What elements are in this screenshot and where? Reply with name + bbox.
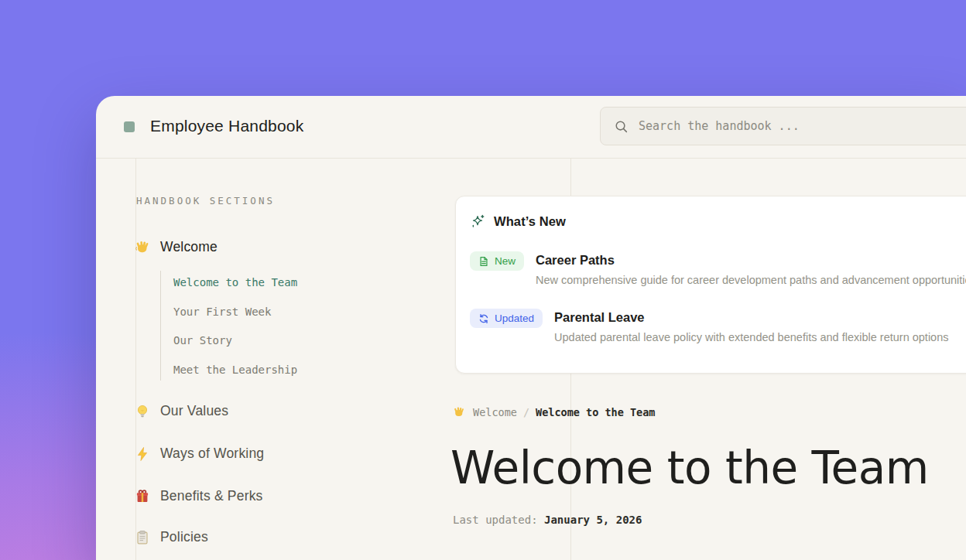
- updated-badge: Updated: [470, 309, 543, 328]
- app-window: Employee Handbook HANDBOOK SECTIONS Welc…: [96, 96, 966, 560]
- news-item-parental-leave[interactable]: Updated Parental Leave Updated parental …: [470, 309, 966, 343]
- news-item-title: Parental Leave: [554, 310, 948, 325]
- search-input[interactable]: [639, 119, 966, 133]
- sidebar-heading: HANDBOOK SECTIONS: [136, 195, 275, 207]
- bulb-icon: [135, 404, 150, 419]
- sidebar-item-ways-of-working[interactable]: Ways of Working: [135, 446, 264, 462]
- sidebar-item-label: Ways of Working: [160, 446, 264, 462]
- news-item-career-paths[interactable]: New Career Paths New comprehensive guide…: [470, 251, 966, 286]
- app-title: Employee Handbook: [150, 117, 303, 135]
- breadcrumb-separator: /: [523, 406, 529, 418]
- sidebar-item-policies[interactable]: Policies: [135, 529, 208, 545]
- whats-new-title: What’s New: [494, 214, 566, 229]
- sidebar-item-label: Benefits & Perks: [160, 488, 263, 504]
- sidebar-item-label: Our Values: [160, 403, 228, 419]
- app-header: Employee Handbook: [96, 96, 966, 159]
- subnav-item-meet-the-leadership[interactable]: Meet the Leadership: [173, 364, 297, 376]
- breadcrumb-current-page: Welcome to the Team: [536, 406, 655, 418]
- subnav-rule: [160, 271, 161, 381]
- last-updated-value: January 5, 2026: [544, 514, 642, 526]
- app-logo: [124, 121, 135, 132]
- sidebar-item-welcome[interactable]: Welcome: [135, 239, 218, 255]
- zap-icon: [135, 446, 150, 462]
- content-area: HANDBOOK SECTIONS Welcome Welcome to the…: [96, 159, 966, 560]
- last-updated-label: Last updated:: [453, 514, 538, 526]
- search-icon: [614, 119, 629, 134]
- clipboard-icon: [135, 530, 150, 545]
- refresh-icon: [478, 313, 489, 324]
- subnav-item-our-story[interactable]: Our Story: [173, 334, 232, 347]
- sidebar-item-our-values[interactable]: Our Values: [135, 403, 228, 419]
- page-title: Welcome to the Team: [450, 442, 929, 494]
- news-item-title: Career Paths: [536, 253, 966, 268]
- document-icon: [478, 256, 489, 267]
- news-item-description: New comprehensive guide for career devel…: [536, 274, 966, 286]
- sparkles-icon: [470, 213, 485, 229]
- subnav-item-welcome-to-the-team[interactable]: Welcome to the Team: [173, 276, 297, 289]
- breadcrumb: Welcome / Welcome to the Team: [453, 406, 655, 418]
- new-badge: New: [470, 251, 524, 271]
- badge-label: Updated: [495, 312, 534, 324]
- badge-label: New: [495, 255, 516, 267]
- wave-icon: [453, 406, 465, 418]
- sidebar-item-label: Policies: [160, 529, 208, 545]
- subnav-item-your-first-week[interactable]: Your First Week: [173, 306, 271, 318]
- news-item-description: Updated parental leave policy with exten…: [554, 331, 948, 343]
- whats-new-card: What’s New New Career Paths New comprehe…: [455, 196, 966, 374]
- wave-icon: [135, 240, 150, 255]
- breadcrumb-section[interactable]: Welcome: [473, 406, 517, 418]
- gift-icon: [135, 489, 150, 504]
- sidebar-item-benefits-perks[interactable]: Benefits & Perks: [135, 488, 263, 504]
- search-box[interactable]: [600, 107, 966, 145]
- sidebar-item-label: Welcome: [160, 239, 218, 255]
- last-updated: Last updated: January 5, 2026: [453, 514, 642, 526]
